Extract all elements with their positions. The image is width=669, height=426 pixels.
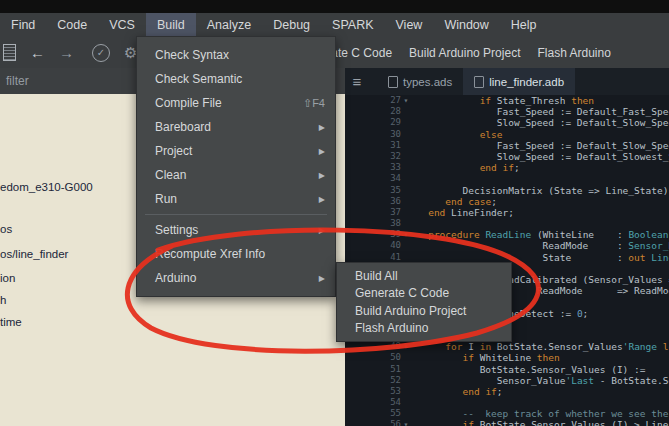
menubar-item-vcs[interactable]: VCS [98, 13, 146, 37]
fold-icon[interactable]: ▾ [401, 419, 411, 426]
code-text: if BotState.Sensor_Values (I) > Line_Thr… [411, 419, 669, 426]
submenu-arrow-icon: ▶ [319, 274, 325, 283]
line-number: 35 [345, 185, 401, 196]
menu-item-shortcut: ⇧F4 [303, 97, 325, 110]
forward-arrow-icon[interactable]: → [59, 38, 74, 68]
line-number: 54 [345, 397, 401, 408]
build-menu: Check SyntaxCheck SemanticCompile File⇧F… [136, 36, 336, 297]
code-line-38[interactable]: 38 [345, 218, 669, 229]
menubar-item-debug[interactable]: Debug [262, 13, 321, 37]
code-line-31[interactable]: 31 Fast_Speed := Default_Slow_Speed; [345, 140, 669, 151]
code-line-52[interactable]: 52 Sensor_Value'Last - BotState.Sensor_V… [345, 375, 669, 386]
code-line-39[interactable]: 39▾ procedure ReadLine (WhiteLine : Bool… [345, 229, 669, 240]
menu-item-label: Run [155, 192, 311, 206]
code-line-27[interactable]: 27▾ if State_Thresh then [345, 95, 669, 106]
menu-item-label: Bareboard [155, 120, 311, 134]
code-line-55[interactable]: 55 -- keep track of whether we see the l… [345, 408, 669, 419]
tab-line-finder-adb[interactable]: line_finder.adb [463, 68, 575, 95]
code-text: end LineFinder; [411, 207, 514, 218]
check-circle-icon[interactable]: ✓ [92, 44, 110, 62]
menu-item-label: Check Syntax [155, 48, 325, 62]
check-glyph: ✓ [97, 47, 105, 58]
code-line-29[interactable]: 29 Slow_Speed := Default_Slow_Speed; [345, 117, 669, 128]
build-menu-item-run[interactable]: Run▶ [137, 187, 335, 211]
fold-gutter [401, 240, 411, 251]
arduino-submenu-item-build-arduino-project[interactable]: Build Arduino Project [337, 302, 511, 320]
tree-item-edom-e310-g000[interactable]: edom_e310-G000 [0, 181, 93, 193]
menubar-item-build[interactable]: Build [146, 13, 196, 37]
arduino-submenu-item-generate-c-code[interactable]: Generate C Code [337, 285, 511, 303]
tree-item-h[interactable]: h [0, 294, 6, 306]
line-number: 51 [345, 364, 401, 375]
menu-item-label: Check Semantic [155, 72, 325, 86]
build-menu-item-compile-file[interactable]: Compile File⇧F4 [137, 91, 335, 115]
back-arrow-icon[interactable]: ← [30, 38, 45, 68]
code-line-53[interactable]: 53 end if; [345, 386, 669, 397]
code-line-34[interactable]: 34 [345, 173, 669, 184]
tab-types-ads[interactable]: types.ads [377, 68, 463, 95]
line-number: 37 [345, 207, 401, 218]
code-text: end if; [411, 162, 520, 173]
hamburger-menu-icon[interactable]: ≡ [345, 73, 369, 90]
code-line-56[interactable]: 56▾ if BotState.Sensor_Values (I) > Line… [345, 419, 669, 426]
menubar-item-analyze[interactable]: Analyze [196, 13, 262, 37]
code-line-28[interactable]: 28 Fast_Speed := Default_Fast_Speed; [345, 106, 669, 117]
build-menu-item-check-syntax[interactable]: Check Syntax [137, 43, 335, 67]
code-text: Slow_Speed := Default_Slowest_Speed; [411, 151, 669, 162]
code-line-32[interactable]: 32 Slow_Speed := Default_Slowest_Speed; [345, 151, 669, 162]
line-number: 28 [345, 106, 401, 117]
code-line-36[interactable]: 36 end case; [345, 196, 669, 207]
fold-gutter [401, 129, 411, 140]
build-menu-item-recompute-xref-info[interactable]: Recompute Xref Info [137, 242, 335, 266]
build-menu-item-check-semantic[interactable]: Check Semantic [137, 67, 335, 91]
editor-tabbar: ≡ types.adsline_finder.adb [345, 68, 669, 95]
build-menu-item-bareboard[interactable]: Bareboard▶ [137, 115, 335, 139]
fold-icon[interactable]: ▾ [401, 95, 411, 106]
code-line-35[interactable]: 35 DecisionMatrix (State => Line_State); [345, 185, 669, 196]
code-line-49[interactable]: 49▾ for I in BotState.Sensor_Values'Rang… [345, 341, 669, 352]
fold-gutter [401, 352, 411, 363]
menubar-item-window[interactable]: Window [433, 13, 499, 37]
fold-icon[interactable]: ▾ [401, 341, 411, 352]
fold-gutter [401, 185, 411, 196]
code-line-54[interactable]: 54 [345, 397, 669, 408]
code-text: Fast_Speed := Default_Fast_Speed; [411, 106, 669, 117]
code-area[interactable]: 27▾ if State_Thresh then28 Fast_Speed :=… [345, 95, 669, 426]
menu-item-label: Generate C Code [355, 286, 501, 300]
arduino-submenu-item-build-all[interactable]: Build All [337, 267, 511, 285]
line-number: 53 [345, 386, 401, 397]
code-line-51[interactable]: 51 BotState.Sensor_Values (I) := [345, 364, 669, 375]
tree-item-time[interactable]: time [0, 316, 22, 328]
fold-gutter [401, 151, 411, 162]
file-icon [474, 76, 484, 88]
fold-gutter [401, 106, 411, 117]
arduino-submenu-item-flash-arduino[interactable]: Flash Arduino [337, 320, 511, 338]
document-icon[interactable] [3, 44, 16, 61]
menubar-item-spark[interactable]: SPARK [321, 13, 384, 37]
build-menu-item-clean[interactable]: Clean▶ [137, 163, 335, 187]
submenu-arrow-icon: ▶ [319, 226, 325, 235]
code-line-33[interactable]: 33 end if; [345, 162, 669, 173]
tree-item-os-line-finder[interactable]: os/line_finder [0, 248, 68, 260]
line-number: 29 [345, 117, 401, 128]
code-line-50[interactable]: 50 if WhiteLine then [345, 352, 669, 363]
flash-arduino-button[interactable]: Flash Arduino [535, 43, 612, 63]
fold-gutter [401, 117, 411, 128]
menu-separator [145, 214, 327, 215]
build-arduino-project-button[interactable]: Build Arduino Project [407, 43, 522, 63]
fold-icon[interactable]: ▾ [401, 229, 411, 240]
menubar-item-help[interactable]: Help [500, 13, 548, 37]
code-line-40[interactable]: 40 ReadMode : Sensor_Read_Mode; [345, 240, 669, 251]
build-menu-item-project[interactable]: Project▶ [137, 139, 335, 163]
build-menu-item-settings[interactable]: Settings▶ [137, 218, 335, 242]
tree-item-os[interactable]: os [0, 223, 12, 235]
build-menu-item-arduino[interactable]: Arduino▶ [137, 266, 335, 290]
line-number: 39 [345, 229, 401, 240]
line-number: 30 [345, 129, 401, 140]
tree-item-ion[interactable]: ion [0, 272, 15, 284]
menubar-item-code[interactable]: Code [46, 13, 98, 37]
menubar-item-view[interactable]: View [385, 13, 434, 37]
code-line-30[interactable]: 30 else [345, 129, 669, 140]
menubar-item-find[interactable]: Find [0, 13, 46, 37]
code-line-37[interactable]: 37 end LineFinder; [345, 207, 669, 218]
